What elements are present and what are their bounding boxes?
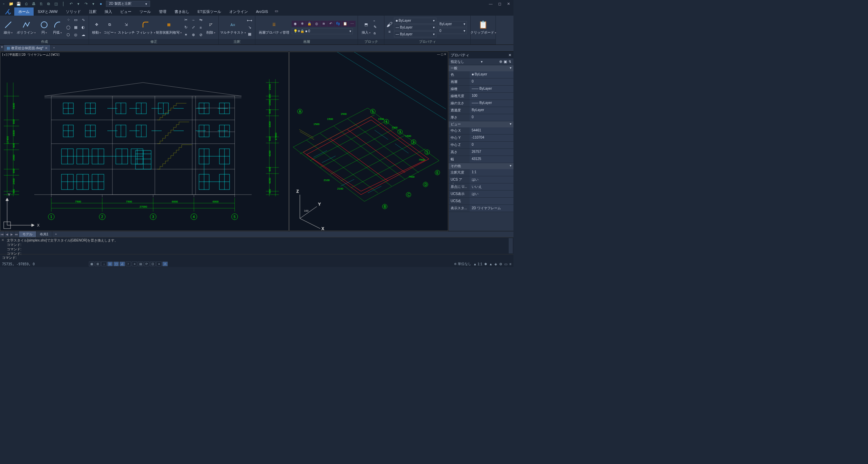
anno2-toggle[interactable]: A xyxy=(162,262,168,266)
clipboard-button[interactable]: 📋クリップボード xyxy=(473,19,493,36)
osnap-toggle[interactable]: ◻ xyxy=(113,262,119,266)
maximize-button[interactable]: ◻ xyxy=(496,2,503,6)
property-row[interactable]: UCS アイ...はい xyxy=(449,176,513,183)
ltype2-dropdown[interactable]: ByLayer▾ xyxy=(438,21,467,27)
tab-annotate[interactable]: 注釈 xyxy=(85,7,101,16)
layerfreeze-icon[interactable]: ❄ xyxy=(299,21,306,27)
property-value[interactable]: 43125 xyxy=(470,156,513,163)
erase-button[interactable]: ◸削除 xyxy=(205,19,216,36)
property-value[interactable]: 2D ワイヤフレーム xyxy=(470,205,513,212)
spline-icon[interactable]: ∿ xyxy=(80,17,87,23)
print-icon[interactable]: ⎘ xyxy=(39,1,43,6)
property-row[interactable]: 中心 Y-110704 xyxy=(449,135,513,142)
explode-icon[interactable]: ✶ xyxy=(182,32,189,38)
layerprev-icon[interactable]: ↶ xyxy=(327,21,334,27)
viewport-controls[interactable]: —◻✕ xyxy=(437,53,447,56)
line-button[interactable]: 線分 xyxy=(2,19,14,36)
undo-dd[interactable]: ▾ xyxy=(76,1,81,6)
property-value[interactable]: ■ ByLayer xyxy=(470,71,513,78)
property-value[interactable]: —— ByLayer xyxy=(470,86,513,92)
tab-home[interactable]: ホーム xyxy=(14,7,34,16)
property-value[interactable]: 100 xyxy=(470,93,513,100)
rect-icon[interactable]: ▭ xyxy=(72,17,79,23)
layer-icon[interactable]: ◫ xyxy=(54,1,58,6)
join-icon[interactable]: ⊕ xyxy=(190,32,197,38)
prop-section-general[interactable]: 一般▾ xyxy=(449,65,513,71)
property-row[interactable]: 注釈尺度1:1 xyxy=(449,169,513,176)
layer-dropdown[interactable]: 💡❄🔒 ■ 0▾ xyxy=(292,28,353,34)
prop-section-other[interactable]: その他▾ xyxy=(449,163,513,169)
cmd-close-icon[interactable]: ✕ xyxy=(1,238,4,242)
tab-overflow-icon[interactable]: ▭ xyxy=(272,7,281,16)
block-create-icon[interactable]: ▫ xyxy=(374,19,380,24)
leader-icon[interactable]: ↘ xyxy=(246,24,253,31)
layermore-icon[interactable]: ⋯ xyxy=(349,21,356,27)
open-icon[interactable]: 📁 xyxy=(9,1,14,6)
array-button[interactable]: ▦矩形状配列複写 xyxy=(157,19,181,36)
prop-section-view[interactable]: ビュー▾ xyxy=(449,121,513,127)
block-attr-icon[interactable]: a xyxy=(374,31,380,36)
donut-icon[interactable]: ◎ xyxy=(72,32,79,38)
move-button[interactable]: ✥移動 xyxy=(91,19,102,36)
layerstate-icon[interactable]: 📋 xyxy=(342,21,348,27)
lwt-toggle[interactable]: ≡ xyxy=(132,262,137,266)
ortho-toggle[interactable]: ⟂ xyxy=(101,262,107,266)
table-icon[interactable]: ▦ xyxy=(246,31,253,37)
quickselect-icon[interactable]: ⊕ xyxy=(499,59,502,64)
viewport-label[interactable]: [+][平面図][2D ワイヤフレーム][WCS] xyxy=(2,53,60,57)
points-icon[interactable]: ⁘ xyxy=(65,17,72,23)
layout-tab-add[interactable]: + xyxy=(52,231,60,237)
property-row[interactable]: 透過度ByLayer xyxy=(449,107,513,114)
layeroff-icon[interactable]: ◉ xyxy=(292,21,299,27)
trans-toggle[interactable]: ▤ xyxy=(138,262,143,266)
property-value[interactable]: いいえ xyxy=(470,183,513,190)
iso-icon[interactable]: ◈ xyxy=(494,262,497,266)
circle-button[interactable]: 円 xyxy=(38,19,50,36)
units-label[interactable]: ⊕ 単位なし xyxy=(454,262,471,266)
properties-close-icon[interactable]: ✕ xyxy=(508,53,511,57)
insert-button[interactable]: ⬒挿入 xyxy=(360,19,372,36)
property-value[interactable]: 0 xyxy=(470,114,513,121)
property-value[interactable]: 54461 xyxy=(470,127,513,134)
property-row[interactable]: 色■ ByLayer xyxy=(449,71,513,78)
ellipse-icon[interactable]: ◯ xyxy=(65,24,72,31)
properties-selector[interactable]: 指定なし ▾ ⊕▣↯ xyxy=(449,58,513,65)
viewport-elevation[interactable]: [+][平面図][2D ワイヤフレーム][WCS] xyxy=(0,52,289,231)
property-value[interactable]: —— ByLayer xyxy=(470,100,513,107)
dyn-toggle[interactable]: ⊦ xyxy=(126,262,131,266)
polar-toggle[interactable]: ⊙ xyxy=(107,262,113,266)
preview-icon[interactable]: ⧉ xyxy=(46,1,51,6)
pickobj-icon[interactable]: ▣ xyxy=(504,59,507,64)
revcloud-icon[interactable]: ☁ xyxy=(80,32,87,38)
tab-manage[interactable]: 管理 xyxy=(155,7,170,16)
value-input[interactable]: 0▾ xyxy=(438,28,467,34)
property-value[interactable]: はい xyxy=(470,191,513,197)
property-value[interactable]: ByLayer xyxy=(470,107,513,114)
mtext-button[interactable]: A≡マルチテキスト xyxy=(221,19,245,36)
layerwalk-icon[interactable]: 👣 xyxy=(334,21,341,27)
polygon-icon[interactable]: ⬡ xyxy=(65,32,72,38)
scale-label[interactable]: ▲ 1:1 xyxy=(473,262,483,266)
clean-icon[interactable]: ▭ xyxy=(504,262,507,266)
property-row[interactable]: 中心 Z0 xyxy=(449,142,513,149)
layermatch-icon[interactable]: ≋ xyxy=(320,21,327,27)
property-value[interactable]: はい xyxy=(470,176,513,183)
polyline-button[interactable]: ポリライン xyxy=(15,19,37,36)
close-button[interactable]: ✕ xyxy=(505,2,512,6)
linetype-dropdown[interactable]: — ByLayer▾ xyxy=(394,24,436,31)
fillet-button[interactable]: フィレット xyxy=(136,19,155,36)
stretch-button[interactable]: ⇲ストレッチ xyxy=(118,19,135,36)
custom-icon[interactable]: ≡ xyxy=(509,262,511,266)
property-row[interactable]: 中心 X54461 xyxy=(449,127,513,135)
tab-nav-last[interactable]: ⏭ xyxy=(14,231,19,237)
anno-auto-icon[interactable]: ▲ xyxy=(489,262,492,266)
tab-export[interactable]: 書き出し xyxy=(170,7,194,16)
property-row[interactable]: 幅43125 xyxy=(449,156,513,163)
snap-toggle[interactable]: ⊞ xyxy=(95,262,101,266)
toggle-icon[interactable]: ↯ xyxy=(508,59,511,64)
tab-arcgis[interactable]: ArcGIS xyxy=(252,7,272,16)
command-input[interactable] xyxy=(17,256,511,260)
offset-icon[interactable]: ≡ xyxy=(197,24,204,31)
property-row[interactable]: 線種尺度100 xyxy=(449,93,513,100)
list-icon[interactable]: ≡ xyxy=(388,30,391,34)
